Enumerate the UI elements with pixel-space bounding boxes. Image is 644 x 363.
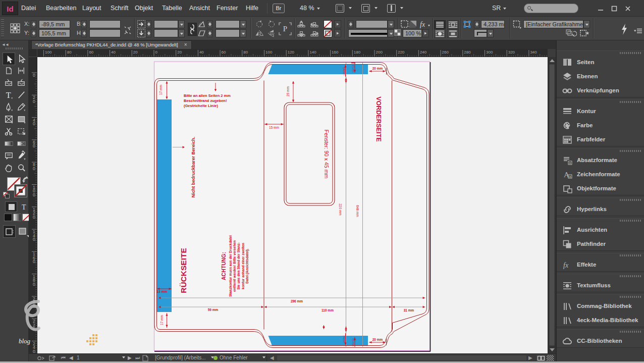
gap-tool[interactable] <box>15 65 28 77</box>
ruler-origin-corner[interactable] <box>29 49 37 57</box>
page-tool[interactable] <box>3 65 15 77</box>
rectangle-tool[interactable] <box>15 113 28 126</box>
clear-overrides-icon[interactable] <box>566 29 577 37</box>
opacity-field[interactable]: 100 % <box>403 29 422 37</box>
preflight-profile-dropdown[interactable]: [Grundprofil] (Arbeits... <box>155 354 206 362</box>
hand-tool[interactable] <box>3 162 15 174</box>
vertical-scrollbar[interactable] <box>548 57 556 353</box>
constrain-proportions-icon[interactable] <box>124 24 132 37</box>
select-next-object-icon[interactable] <box>297 29 306 37</box>
menu-bearbeiten[interactable]: Bearbeiten <box>46 0 76 17</box>
shear-angle-icon[interactable] <box>198 29 205 37</box>
rotation-field[interactable] <box>216 20 240 28</box>
panel-button-zeichenformate[interactable]: AaZeichenformate <box>557 168 644 182</box>
panel-button-ausrichten[interactable]: Ausrichten <box>557 223 644 237</box>
x-coordinate-field[interactable]: -89,5 mm <box>39 20 70 28</box>
menu-datei[interactable]: Datei <box>21 0 36 17</box>
gradient-feather-tool[interactable] <box>15 137 28 150</box>
page-number-field[interactable]: 1 <box>77 354 80 362</box>
no-text-wrap-button[interactable] <box>434 20 446 29</box>
scroll-left-arrow-icon[interactable]: ◀ <box>270 354 274 362</box>
preview-mode-button[interactable] <box>17 225 29 238</box>
menu-ansicht[interactable]: Ansicht <box>189 0 210 17</box>
opacity-arrow[interactable] <box>422 29 429 37</box>
scale-x-field[interactable] <box>154 20 178 28</box>
collapse-panel-icon[interactable]: ◄◄ <box>2 42 9 47</box>
menu-layout[interactable]: Layout <box>82 0 101 17</box>
formatting-affects-container-button[interactable] <box>5 201 17 212</box>
scale-y-dropdown[interactable] <box>178 29 185 37</box>
panel-button-absatzformate[interactable]: aAbsatzformate <box>557 153 644 168</box>
stroke-weight-field[interactable] <box>356 20 388 28</box>
panel-button-verkn-pfungen[interactable]: Verknüpfungen <box>557 84 644 98</box>
panel-button-seiten[interactable]: Seiten <box>557 56 644 70</box>
bridge-button[interactable]: Br <box>273 4 285 13</box>
rotation-angle-icon[interactable] <box>198 20 205 28</box>
menu-schrift[interactable]: Schrift <box>111 0 128 17</box>
dock-group-grip[interactable] <box>620 199 641 201</box>
corner-radius-field[interactable]: 4,233 mm <box>481 20 505 28</box>
document-tab[interactable]: *Vorlage Briefumschlag PKHDL44_de.indd @… <box>31 40 192 49</box>
reference-point-proxy[interactable] <box>10 23 20 35</box>
dock-group-grip[interactable] <box>620 331 641 333</box>
fill-swatch-none[interactable] <box>324 20 332 28</box>
style-override-icon[interactable] <box>580 29 590 37</box>
dock-group-grip[interactable] <box>620 101 641 103</box>
dock-group-grip[interactable] <box>620 150 641 152</box>
document-canvas[interactable]: 17 mm20 mm15 mm20 mm20 mm13 mm17 mm220 m… <box>37 57 548 353</box>
fill-options-arrow[interactable] <box>334 20 341 28</box>
type-tool[interactable]: T <box>3 89 15 101</box>
link-scale-button[interactable] <box>188 23 197 36</box>
scroll-down-arrow-icon[interactable] <box>550 348 555 351</box>
gradient-tool[interactable] <box>3 137 15 150</box>
close-button[interactable] <box>624 5 631 12</box>
object-style-dropdown[interactable] <box>583 20 590 28</box>
pages-view-button[interactable] <box>536 355 546 361</box>
next-page-button[interactable]: ▶ <box>128 354 132 362</box>
wrap-bounding-box-button[interactable] <box>447 20 459 29</box>
selection-tool[interactable] <box>3 53 15 65</box>
normal-view-mode-button[interactable] <box>3 225 16 238</box>
formatting-affects-text-button[interactable]: T <box>18 201 29 212</box>
width-field[interactable] <box>89 20 121 28</box>
menu-tabelle[interactable]: Tabelle <box>162 0 182 17</box>
view-options-icon[interactable] <box>336 4 344 13</box>
workspace-switcher[interactable]: SR <box>492 0 506 17</box>
select-previous-object-icon[interactable] <box>297 20 306 28</box>
dock-group-grip[interactable] <box>620 296 641 298</box>
select-container-icon[interactable]: P <box>278 22 292 36</box>
object-style-field[interactable]: [Einfacher Grafikrahmen]+ <box>523 20 583 28</box>
zoom-level-dropdown[interactable]: 48 % <box>300 0 320 17</box>
rotation-stepper[interactable] <box>207 20 212 28</box>
panel-button-farbfelder[interactable]: Farbfelder <box>557 133 644 147</box>
page-dropdown-icon[interactable] <box>122 356 125 358</box>
first-page-button[interactable]: ⏮ <box>61 354 66 362</box>
stroke-type-dropdown[interactable] <box>388 29 394 37</box>
chevron-down-icon[interactable] <box>400 7 403 9</box>
panel-grip[interactable] <box>1 19 4 37</box>
pen-tool[interactable] <box>3 101 15 114</box>
scale-y-icon[interactable] <box>137 29 145 37</box>
panel-button-4eck-media-bibliothek[interactable]: 4eck-Media-Bibliothek <box>557 314 644 328</box>
opacity-icon[interactable] <box>394 29 403 37</box>
corner-shape-dropdown[interactable] <box>487 29 494 37</box>
content-placer-tool[interactable] <box>15 77 28 89</box>
minimize-button[interactable] <box>597 5 604 12</box>
scroll-up-arrow-icon[interactable] <box>550 59 555 62</box>
scissors-tool[interactable] <box>3 125 15 138</box>
rotation-dropdown[interactable] <box>240 20 246 28</box>
height-field[interactable] <box>89 29 121 37</box>
resize-grip[interactable] <box>547 355 554 361</box>
panel-button-textumfluss[interactable]: Textumfluss <box>557 279 644 293</box>
corner-radius-stepper[interactable] <box>474 20 479 28</box>
panel-button-commag-bibliothek[interactable]: Commag-Bibliothek <box>557 299 644 314</box>
shear-field[interactable] <box>216 29 240 37</box>
arrange-documents-icon[interactable] <box>387 4 396 13</box>
rotate-ccw-icon[interactable] <box>267 20 276 28</box>
stroke-type-field[interactable] <box>348 29 388 37</box>
scale-x-icon[interactable] <box>137 20 145 28</box>
chevron-down-icon[interactable] <box>374 7 378 9</box>
scale-x-dropdown[interactable] <box>178 20 185 28</box>
flip-horizontal-icon[interactable] <box>255 29 264 37</box>
preflight-status[interactable]: Ohne Fehler <box>220 354 248 362</box>
